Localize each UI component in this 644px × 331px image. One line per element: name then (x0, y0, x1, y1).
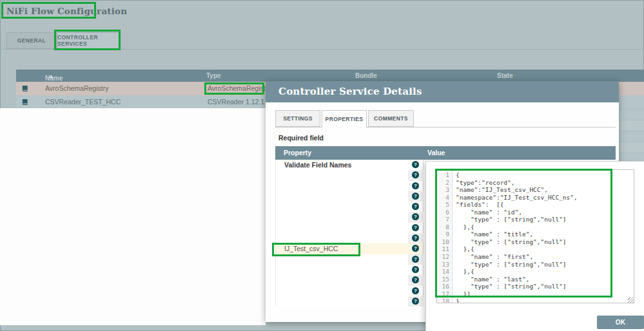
usage-book-icon[interactable] (21, 85, 28, 92)
line-number: 4 (437, 194, 449, 202)
page-body-area (0, 108, 266, 325)
code-line: },{ (456, 245, 634, 253)
dialog-properties-rows: Validate Field Names????????IJ_Test_csv_… (275, 160, 424, 307)
line-number: 2 (437, 179, 449, 187)
dialog-tab-properties[interactable]: PROPERTIES (322, 110, 367, 128)
help-question-icon[interactable]: ? (412, 266, 419, 273)
line-number: 5 (437, 201, 449, 209)
code-line: "type" : ["string","null"] (456, 216, 634, 223)
property-row[interactable]: ? (276, 233, 423, 243)
help-question-icon[interactable]: ? (412, 182, 419, 189)
dialog-tab-properties-label: PROPERTIES (326, 116, 364, 122)
code-line: "namespace":"IJ_Test_csv_HCC_ns", (456, 194, 634, 202)
property-name: Validate Field Names (284, 161, 351, 169)
help-question-icon[interactable]: ? (412, 161, 419, 168)
property-row[interactable]: ? (276, 275, 423, 285)
dialog-title: Controller Service Details (266, 81, 619, 102)
column-header-state[interactable]: State (497, 72, 512, 79)
sort-ascending-icon (48, 75, 54, 78)
property-row[interactable]: IJ_Test_csv_HCC? (276, 243, 423, 254)
tab-general[interactable]: GENERAL (6, 32, 57, 49)
dialog-tab-comments-label: COMMENTS (374, 115, 408, 122)
property-row[interactable]: Validate Field Names? (276, 160, 423, 170)
dialog-tab-settings-label: SETTINGS (283, 115, 313, 122)
line-number: 12 (437, 253, 449, 261)
value-column-header: Value (427, 149, 445, 156)
line-number: 13 (437, 261, 449, 269)
property-row[interactable]: ? (276, 212, 423, 222)
property-name: IJ_Test_csv_HCC (284, 245, 338, 252)
line-number: 7 (437, 216, 449, 223)
usage-book-icon[interactable] (21, 99, 28, 106)
value-editor-popup: 123456789101112131415161718 {"type":"rec… (425, 161, 644, 331)
required-field-label: Required field (278, 134, 324, 142)
line-number: 11 (437, 245, 449, 253)
editor-code-lines[interactable]: {"type":"record","name":"IJ_Test_csv_HCC… (453, 170, 634, 303)
line-number: 15 (437, 276, 449, 283)
property-row[interactable]: ? (276, 202, 423, 212)
schema-code-editor[interactable]: 123456789101112131415161718 {"type":"rec… (436, 169, 634, 303)
code-line: } (456, 298, 634, 303)
editor-line-numbers: 123456789101112131415161718 (437, 170, 453, 303)
help-question-icon[interactable]: ? (412, 234, 419, 241)
line-number: 17 (437, 290, 449, 298)
code-line: "type":"record", (456, 179, 634, 187)
line-number: 10 (437, 238, 449, 246)
dialog-tab-settings[interactable]: SETTINGS (275, 110, 320, 127)
line-number: 14 (437, 268, 449, 276)
code-line: "name" : "id", (456, 209, 634, 216)
line-number: 16 (437, 283, 449, 290)
tabs-divider (0, 49, 644, 50)
code-line: "name":"IJ_Test_csv_HCC", (456, 186, 634, 194)
service-name: CSVReader_TEST_HCC (45, 98, 121, 106)
property-row[interactable]: ? (276, 181, 423, 191)
property-column-header: Property (284, 149, 311, 156)
property-row[interactable]: ? (276, 170, 423, 180)
property-row[interactable]: ? (276, 254, 423, 265)
help-question-icon[interactable]: ? (412, 298, 419, 305)
column-header-type[interactable]: Type (206, 72, 221, 79)
help-question-icon[interactable]: ? (412, 193, 419, 200)
help-question-icon[interactable]: ? (412, 287, 419, 294)
code-line: "type" : ["string","null"] (456, 283, 634, 290)
code-line: "name" : "first", (456, 253, 634, 261)
page-title: NiFi Flow Configuration (6, 6, 127, 16)
code-line: { (456, 171, 634, 179)
line-number: 9 (437, 231, 449, 238)
code-line: "name" : "title", (456, 231, 634, 238)
resize-handle-icon[interactable] (628, 298, 634, 303)
line-number: 6 (437, 209, 449, 216)
line-number: 18 (437, 298, 449, 303)
service-name: AvroSchemaRegistry (45, 84, 108, 92)
code-line: "fields": [{ (456, 201, 634, 209)
code-line: "type" : ["string","null"] (456, 261, 634, 269)
code-line: }] (456, 290, 634, 298)
services-table-header: Name Type Bundle State (16, 70, 644, 82)
code-line: },{ (456, 268, 634, 276)
property-row[interactable]: ? (276, 191, 423, 202)
help-question-icon[interactable]: ? (412, 224, 419, 231)
line-number: 3 (437, 186, 449, 194)
column-header-bundle[interactable]: Bundle (355, 72, 377, 79)
line-number: 8 (437, 223, 449, 231)
property-row[interactable]: ? (276, 296, 423, 307)
properties-table-header: Property Value (275, 146, 616, 160)
property-row[interactable]: ? (276, 265, 423, 275)
code-line: },{ (456, 223, 634, 231)
property-row[interactable]: ? (276, 286, 423, 296)
help-question-icon[interactable]: ? (412, 256, 419, 263)
tab-controller-services[interactable]: CONTROLLER SERVICES (57, 32, 119, 49)
screenshot-canvas: NiFi Flow Configuration GENERAL CONTROLL… (0, 0, 644, 331)
code-line: "name" : "last", (456, 276, 634, 283)
ok-button[interactable]: OK (597, 316, 644, 329)
service-type: CSVReader 1.12.1 (208, 98, 264, 106)
tab-general-label: GENERAL (17, 37, 46, 44)
code-line: "type" : ["string","null"] (456, 238, 634, 246)
property-row[interactable]: ? (276, 223, 423, 233)
dialog-tab-comments[interactable]: COMMENTS (368, 110, 414, 127)
tab-controller-services-label: CONTROLLER SERVICES (57, 34, 119, 47)
line-number: 1 (437, 171, 449, 179)
